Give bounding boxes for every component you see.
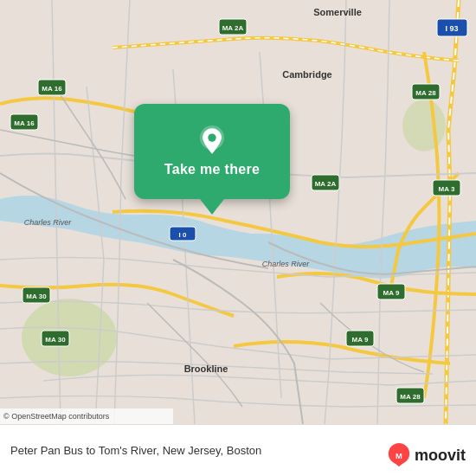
svg-text:MA 30: MA 30 — [45, 336, 66, 344]
svg-text:M: M — [396, 452, 402, 460]
svg-text:MA 16: MA 16 — [14, 119, 35, 127]
svg-text:MA 9: MA 9 — [352, 336, 369, 344]
moovit-brand-text: moovit — [415, 447, 466, 465]
bottom-bar: Peter Pan Bus to Tom's River, New Jersey… — [0, 424, 476, 476]
svg-text:Brookline: Brookline — [184, 363, 228, 374]
svg-point-2 — [402, 100, 446, 151]
svg-text:MA 2A: MA 2A — [315, 180, 337, 188]
svg-text:MA 3: MA 3 — [439, 185, 455, 193]
location-pin-icon — [196, 125, 228, 157]
button-pointer — [200, 199, 224, 215]
svg-text:Charles River: Charles River — [24, 218, 73, 227]
svg-text:MA 2A: MA 2A — [222, 24, 244, 32]
svg-text:I 0: I 0 — [179, 231, 187, 239]
svg-text:MA 9: MA 9 — [383, 289, 400, 297]
svg-text:Charles River: Charles River — [262, 260, 311, 268]
svg-point-37 — [208, 133, 215, 141]
svg-text:Cambridge: Cambridge — [282, 69, 331, 80]
take-me-there-label: Take me there — [164, 162, 260, 177]
svg-text:I 93: I 93 — [445, 24, 458, 33]
svg-text:MA 28: MA 28 — [400, 393, 421, 401]
svg-text:MA 28: MA 28 — [415, 89, 436, 97]
map-container: I 93 MA 2A MA 16 MA 16 MA 2A MA 28 MA 3 … — [0, 0, 476, 424]
moovit-brand-icon: M — [387, 443, 411, 467]
svg-text:MA 30: MA 30 — [26, 293, 47, 300]
svg-text:Somerville: Somerville — [313, 7, 362, 17]
moovit-logo: M moovit — [387, 443, 466, 467]
svg-text:MA 16: MA 16 — [42, 85, 62, 93]
take-me-there-overlay[interactable]: Take me there — [125, 104, 299, 215]
take-me-there-button[interactable]: Take me there — [134, 104, 290, 199]
svg-text:© OpenStreetMap contributors: © OpenStreetMap contributors — [3, 412, 110, 421]
